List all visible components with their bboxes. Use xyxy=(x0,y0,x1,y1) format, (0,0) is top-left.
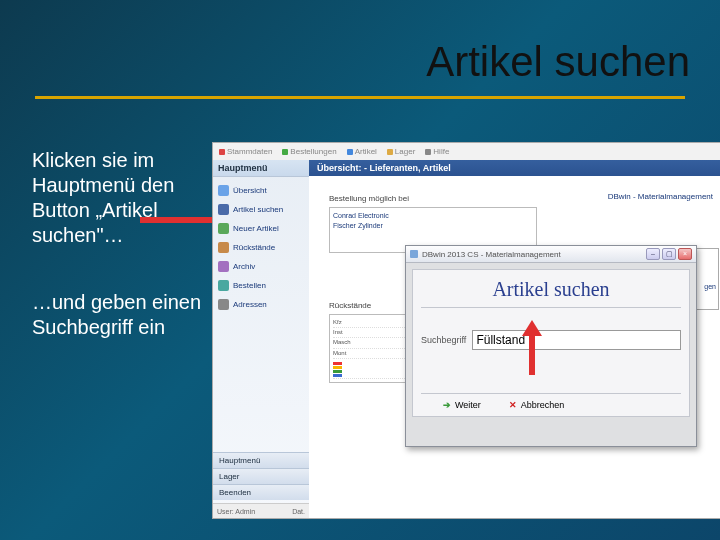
toolbar-item[interactable]: Hilfe xyxy=(425,147,449,156)
status-user: User: Admin xyxy=(217,508,255,515)
address-icon xyxy=(218,299,229,310)
sidebar-item-rueckstaende[interactable]: Rückstände xyxy=(215,238,307,257)
new-icon xyxy=(218,223,229,234)
slide: Artikel suchen Klicken sie im Hauptmenü … xyxy=(0,0,720,540)
overview-icon xyxy=(218,185,229,196)
toolbar-item[interactable]: Artikel xyxy=(347,147,377,156)
close-button[interactable]: × xyxy=(678,248,692,260)
sidebar-item-bestellen[interactable]: Bestellen xyxy=(215,276,307,295)
toolbar-item[interactable]: Lager xyxy=(387,147,415,156)
search-input[interactable] xyxy=(472,330,681,350)
toolbar-item[interactable]: Stammdaten xyxy=(219,147,272,156)
instruction-text-1: Klicken sie im Hauptmenü den Button „Art… xyxy=(32,148,212,248)
search-icon xyxy=(218,204,229,215)
app-icon xyxy=(410,250,418,258)
title-underline xyxy=(35,96,685,99)
cancel-button[interactable]: ✕Abbrechen xyxy=(509,400,565,410)
slide-title: Artikel suchen xyxy=(426,38,690,86)
archive-icon xyxy=(218,261,229,272)
close-icon: ✕ xyxy=(509,400,517,410)
list-item[interactable]: Conrad Electronic xyxy=(333,211,533,221)
dialog-window-title: DBwin 2013 CS - Materialmanagement xyxy=(422,250,561,259)
status-date: Dat. xyxy=(292,508,305,515)
status-bar: User: Admin Dat. xyxy=(213,503,309,518)
sidebar-item-artikel-suchen[interactable]: Artikel suchen xyxy=(215,200,307,219)
list-item[interactable]: Fischer Zylinder xyxy=(333,221,533,231)
dialog-title: Artikel suchen xyxy=(421,276,681,308)
callout-arrow-to-input xyxy=(522,320,542,375)
main-header: Übersicht: - Lieferanten, Artikel xyxy=(309,160,720,176)
maximize-button[interactable]: ▢ xyxy=(662,248,676,260)
order-icon xyxy=(218,280,229,291)
sidebar-bottom-beenden[interactable]: Beenden xyxy=(213,484,309,500)
instruction-text-2: …und geben einen Suchbegriff ein xyxy=(32,290,212,340)
sidebar-header: Hauptmenü xyxy=(213,160,309,177)
minimize-button[interactable]: – xyxy=(646,248,660,260)
toolbar-item[interactable]: Bestellungen xyxy=(282,147,336,156)
back-icon xyxy=(218,242,229,253)
sidebar-item-neuer-artikel[interactable]: Neuer Artikel xyxy=(215,219,307,238)
sidebar-bottom-lager[interactable]: Lager xyxy=(213,468,309,484)
sidebar-bottom-nav: Hauptmenü Lager Beenden xyxy=(213,452,309,500)
arrow-right-icon: ➔ xyxy=(443,400,451,410)
sidebar-bottom-hauptmenue[interactable]: Hauptmenü xyxy=(213,452,309,468)
dialog-titlebar[interactable]: DBwin 2013 CS - Materialmanagement – ▢ × xyxy=(406,246,696,263)
sidebar: Hauptmenü Übersicht Artikel suchen Neuer… xyxy=(213,160,310,518)
sidebar-item-overview[interactable]: Übersicht xyxy=(215,181,307,200)
search-dialog: DBwin 2013 CS - Materialmanagement – ▢ ×… xyxy=(405,245,697,447)
suppliers-label: Bestellung möglich bei xyxy=(329,194,711,203)
next-button[interactable]: ➔Weiter xyxy=(443,400,481,410)
app-toolbar: Stammdaten Bestellungen Artikel Lager Hi… xyxy=(213,143,720,161)
sidebar-item-archiv[interactable]: Archiv xyxy=(215,257,307,276)
sidebar-item-adressen[interactable]: Adressen xyxy=(215,295,307,314)
search-label: Suchbegriff xyxy=(421,335,466,345)
